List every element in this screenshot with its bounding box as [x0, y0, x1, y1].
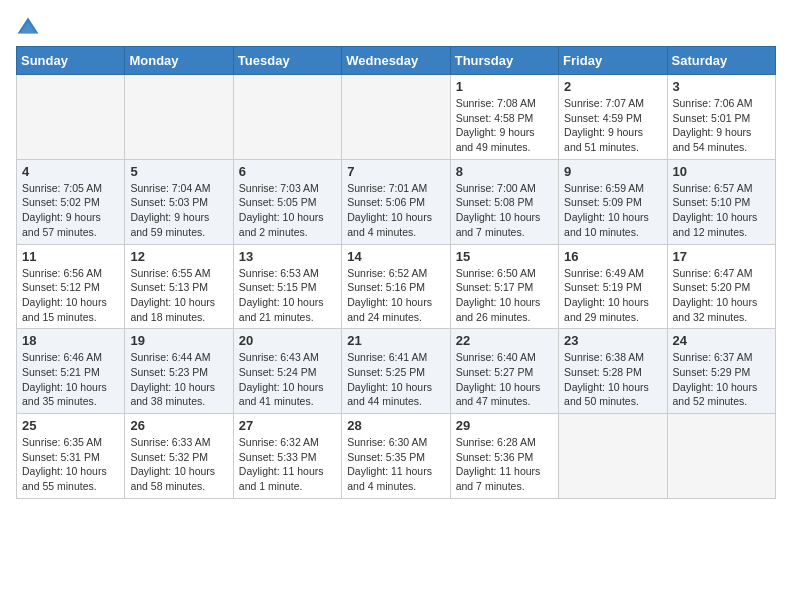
header — [16, 16, 776, 40]
calendar-cell: 20Sunrise: 6:43 AM Sunset: 5:24 PM Dayli… — [233, 329, 341, 414]
day-header-sunday: Sunday — [17, 47, 125, 75]
day-header-monday: Monday — [125, 47, 233, 75]
day-number: 13 — [239, 249, 336, 264]
day-number: 24 — [673, 333, 770, 348]
week-row-1: 1Sunrise: 7:08 AM Sunset: 4:58 PM Daylig… — [17, 75, 776, 160]
calendar-cell: 11Sunrise: 6:56 AM Sunset: 5:12 PM Dayli… — [17, 244, 125, 329]
calendar-cell: 29Sunrise: 6:28 AM Sunset: 5:36 PM Dayli… — [450, 414, 558, 499]
day-info: Sunrise: 7:01 AM Sunset: 5:06 PM Dayligh… — [347, 181, 444, 240]
day-number: 21 — [347, 333, 444, 348]
week-row-3: 11Sunrise: 6:56 AM Sunset: 5:12 PM Dayli… — [17, 244, 776, 329]
day-header-saturday: Saturday — [667, 47, 775, 75]
calendar-cell — [125, 75, 233, 160]
calendar-cell: 17Sunrise: 6:47 AM Sunset: 5:20 PM Dayli… — [667, 244, 775, 329]
day-info: Sunrise: 6:33 AM Sunset: 5:32 PM Dayligh… — [130, 435, 227, 494]
calendar-cell — [233, 75, 341, 160]
calendar-table: SundayMondayTuesdayWednesdayThursdayFrid… — [16, 46, 776, 499]
day-number: 7 — [347, 164, 444, 179]
day-info: Sunrise: 6:28 AM Sunset: 5:36 PM Dayligh… — [456, 435, 553, 494]
calendar-cell — [17, 75, 125, 160]
day-number: 25 — [22, 418, 119, 433]
day-info: Sunrise: 7:08 AM Sunset: 4:58 PM Dayligh… — [456, 96, 553, 155]
day-number: 8 — [456, 164, 553, 179]
calendar-cell: 15Sunrise: 6:50 AM Sunset: 5:17 PM Dayli… — [450, 244, 558, 329]
calendar-cell: 23Sunrise: 6:38 AM Sunset: 5:28 PM Dayli… — [559, 329, 667, 414]
calendar-cell: 7Sunrise: 7:01 AM Sunset: 5:06 PM Daylig… — [342, 159, 450, 244]
day-info: Sunrise: 6:40 AM Sunset: 5:27 PM Dayligh… — [456, 350, 553, 409]
calendar-cell: 28Sunrise: 6:30 AM Sunset: 5:35 PM Dayli… — [342, 414, 450, 499]
week-row-2: 4Sunrise: 7:05 AM Sunset: 5:02 PM Daylig… — [17, 159, 776, 244]
day-number: 18 — [22, 333, 119, 348]
day-number: 6 — [239, 164, 336, 179]
day-number: 29 — [456, 418, 553, 433]
day-number: 10 — [673, 164, 770, 179]
calendar-cell: 18Sunrise: 6:46 AM Sunset: 5:21 PM Dayli… — [17, 329, 125, 414]
calendar-cell: 26Sunrise: 6:33 AM Sunset: 5:32 PM Dayli… — [125, 414, 233, 499]
day-info: Sunrise: 6:37 AM Sunset: 5:29 PM Dayligh… — [673, 350, 770, 409]
calendar-cell: 10Sunrise: 6:57 AM Sunset: 5:10 PM Dayli… — [667, 159, 775, 244]
day-number: 11 — [22, 249, 119, 264]
day-number: 5 — [130, 164, 227, 179]
day-number: 27 — [239, 418, 336, 433]
calendar-cell: 4Sunrise: 7:05 AM Sunset: 5:02 PM Daylig… — [17, 159, 125, 244]
day-info: Sunrise: 6:52 AM Sunset: 5:16 PM Dayligh… — [347, 266, 444, 325]
day-header-wednesday: Wednesday — [342, 47, 450, 75]
calendar-cell: 9Sunrise: 6:59 AM Sunset: 5:09 PM Daylig… — [559, 159, 667, 244]
calendar-cell: 8Sunrise: 7:00 AM Sunset: 5:08 PM Daylig… — [450, 159, 558, 244]
day-info: Sunrise: 6:44 AM Sunset: 5:23 PM Dayligh… — [130, 350, 227, 409]
day-info: Sunrise: 7:03 AM Sunset: 5:05 PM Dayligh… — [239, 181, 336, 240]
calendar-cell — [559, 414, 667, 499]
day-info: Sunrise: 6:56 AM Sunset: 5:12 PM Dayligh… — [22, 266, 119, 325]
calendar-cell: 27Sunrise: 6:32 AM Sunset: 5:33 PM Dayli… — [233, 414, 341, 499]
day-number: 23 — [564, 333, 661, 348]
calendar-cell: 14Sunrise: 6:52 AM Sunset: 5:16 PM Dayli… — [342, 244, 450, 329]
day-number: 17 — [673, 249, 770, 264]
day-number: 26 — [130, 418, 227, 433]
day-info: Sunrise: 6:32 AM Sunset: 5:33 PM Dayligh… — [239, 435, 336, 494]
day-info: Sunrise: 6:59 AM Sunset: 5:09 PM Dayligh… — [564, 181, 661, 240]
calendar-cell: 6Sunrise: 7:03 AM Sunset: 5:05 PM Daylig… — [233, 159, 341, 244]
day-info: Sunrise: 6:53 AM Sunset: 5:15 PM Dayligh… — [239, 266, 336, 325]
calendar-cell — [342, 75, 450, 160]
day-header-tuesday: Tuesday — [233, 47, 341, 75]
logo-icon — [16, 16, 40, 40]
week-row-5: 25Sunrise: 6:35 AM Sunset: 5:31 PM Dayli… — [17, 414, 776, 499]
calendar-cell: 16Sunrise: 6:49 AM Sunset: 5:19 PM Dayli… — [559, 244, 667, 329]
day-info: Sunrise: 6:47 AM Sunset: 5:20 PM Dayligh… — [673, 266, 770, 325]
day-number: 15 — [456, 249, 553, 264]
day-info: Sunrise: 6:46 AM Sunset: 5:21 PM Dayligh… — [22, 350, 119, 409]
calendar-cell: 5Sunrise: 7:04 AM Sunset: 5:03 PM Daylig… — [125, 159, 233, 244]
calendar-cell: 24Sunrise: 6:37 AM Sunset: 5:29 PM Dayli… — [667, 329, 775, 414]
day-info: Sunrise: 7:00 AM Sunset: 5:08 PM Dayligh… — [456, 181, 553, 240]
day-number: 9 — [564, 164, 661, 179]
calendar-cell: 21Sunrise: 6:41 AM Sunset: 5:25 PM Dayli… — [342, 329, 450, 414]
day-info: Sunrise: 6:41 AM Sunset: 5:25 PM Dayligh… — [347, 350, 444, 409]
day-info: Sunrise: 6:30 AM Sunset: 5:35 PM Dayligh… — [347, 435, 444, 494]
day-info: Sunrise: 6:43 AM Sunset: 5:24 PM Dayligh… — [239, 350, 336, 409]
day-header-thursday: Thursday — [450, 47, 558, 75]
logo — [16, 16, 44, 40]
day-number: 20 — [239, 333, 336, 348]
calendar-cell: 25Sunrise: 6:35 AM Sunset: 5:31 PM Dayli… — [17, 414, 125, 499]
day-number: 1 — [456, 79, 553, 94]
day-info: Sunrise: 6:49 AM Sunset: 5:19 PM Dayligh… — [564, 266, 661, 325]
day-info: Sunrise: 6:35 AM Sunset: 5:31 PM Dayligh… — [22, 435, 119, 494]
calendar-cell: 1Sunrise: 7:08 AM Sunset: 4:58 PM Daylig… — [450, 75, 558, 160]
day-info: Sunrise: 7:05 AM Sunset: 5:02 PM Dayligh… — [22, 181, 119, 240]
day-number: 2 — [564, 79, 661, 94]
calendar-cell: 22Sunrise: 6:40 AM Sunset: 5:27 PM Dayli… — [450, 329, 558, 414]
calendar-cell — [667, 414, 775, 499]
day-info: Sunrise: 6:50 AM Sunset: 5:17 PM Dayligh… — [456, 266, 553, 325]
day-info: Sunrise: 6:57 AM Sunset: 5:10 PM Dayligh… — [673, 181, 770, 240]
calendar-cell: 3Sunrise: 7:06 AM Sunset: 5:01 PM Daylig… — [667, 75, 775, 160]
week-row-4: 18Sunrise: 6:46 AM Sunset: 5:21 PM Dayli… — [17, 329, 776, 414]
calendar-cell: 13Sunrise: 6:53 AM Sunset: 5:15 PM Dayli… — [233, 244, 341, 329]
calendar-cell: 19Sunrise: 6:44 AM Sunset: 5:23 PM Dayli… — [125, 329, 233, 414]
day-info: Sunrise: 7:07 AM Sunset: 4:59 PM Dayligh… — [564, 96, 661, 155]
day-info: Sunrise: 6:55 AM Sunset: 5:13 PM Dayligh… — [130, 266, 227, 325]
day-number: 19 — [130, 333, 227, 348]
day-number: 22 — [456, 333, 553, 348]
day-info: Sunrise: 7:06 AM Sunset: 5:01 PM Dayligh… — [673, 96, 770, 155]
day-info: Sunrise: 7:04 AM Sunset: 5:03 PM Dayligh… — [130, 181, 227, 240]
day-info: Sunrise: 6:38 AM Sunset: 5:28 PM Dayligh… — [564, 350, 661, 409]
